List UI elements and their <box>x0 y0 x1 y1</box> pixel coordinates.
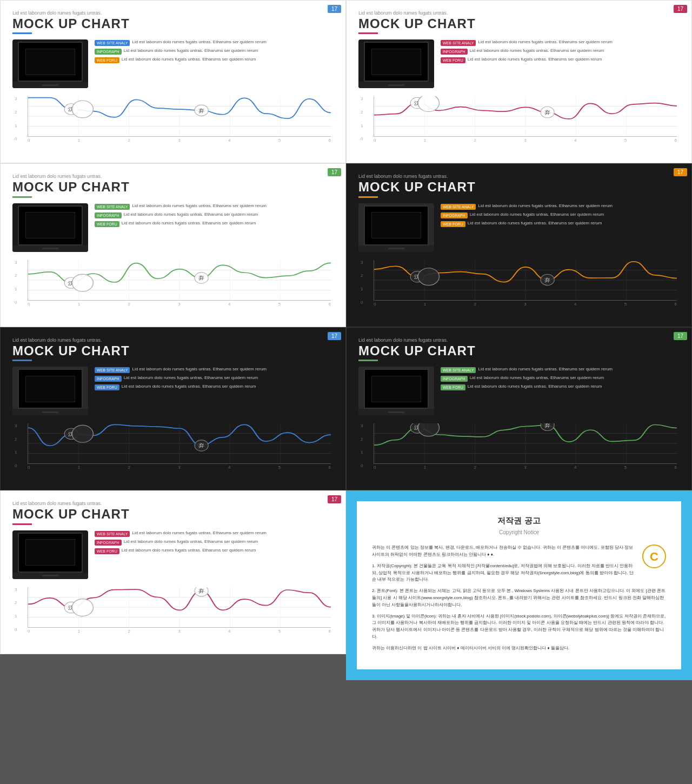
laptop-image <box>358 203 434 252</box>
copyright-title-en: Copyright Notice <box>372 528 666 537</box>
copyright-section-1: 1. 저작권(Copyright): 본 건물들은 교육 목적 자체적인 [저작… <box>372 563 666 583</box>
legend-badge: WEB SITE ANALY <box>441 204 476 210</box>
legend-text: Lid est laborum dolo rumes fugats untras… <box>132 39 267 45</box>
chart-wrapper: 3210 汉 <box>358 94 680 151</box>
title-underline <box>12 32 32 34</box>
slide-subtitle: Lid est laborum dolo rumes fugats untras… <box>358 337 680 343</box>
title-underline <box>358 360 378 361</box>
legend-text: Lid est laborum dolo rumes fugats untras… <box>478 203 613 209</box>
legend-badge: WEB FORU <box>95 384 119 390</box>
slide-number: 17 <box>328 168 341 176</box>
chart-wrapper: 3210 汉 <box>358 421 680 478</box>
slide-1: 17 Lid est laborum dolo rumes fugats unt… <box>0 0 346 163</box>
svg-text:弃: 弃 <box>198 443 204 449</box>
legend-badge: WEB SITE ANALY <box>95 367 130 373</box>
legend-item: WEB FORU Lid est laborum dolo rumes fuga… <box>95 548 334 554</box>
legend-text: Lid est laborum dolo rumes fugats untras… <box>468 384 602 389</box>
legend-item: INFOGRAPH Lid est laborum dolo rumes fug… <box>95 375 334 382</box>
slide-subtitle: Lid est laborum dolo rumes fugats untras… <box>358 174 680 179</box>
slide-title: MOCK UP CHART <box>358 180 680 194</box>
chart-area: 汉 弃 <box>28 96 331 137</box>
copyright-title-kr: 저작권 공고 <box>372 514 666 527</box>
legend-item: WEB SITE ANALY Lid est laborum dolo rume… <box>95 367 334 373</box>
slide-6: 17 Lid est laborum dolo rumes fugats unt… <box>346 327 692 490</box>
legend-item: WEB SITE ANALY Lid est laborum dolo rume… <box>95 39 334 46</box>
legend-badge: WEB FORU <box>95 221 119 227</box>
slide-title: MOCK UP CHART <box>358 17 680 31</box>
slide-grid: 17 Lid est laborum dolo rumes fugats unt… <box>0 0 692 680</box>
slide-title: MOCK UP CHART <box>358 344 680 358</box>
slide-subtitle: Lid est laborum dolo rumes fugats untras… <box>12 10 334 16</box>
svg-point-51 <box>418 268 439 285</box>
copyright-section-4: 귀하는 이용하신다하면 이 법 사이트 사이버 ♦ 매이터사이버 서비의 이에 … <box>372 645 666 652</box>
legend-badge: WEB SITE ANALY <box>441 40 476 46</box>
svg-text:弃: 弃 <box>198 108 204 114</box>
title-underline <box>12 360 32 361</box>
chart-wrapper: 3210 汉 <box>12 584 334 642</box>
chart-area: 汉 弃 <box>374 260 677 301</box>
legend-text: Lid est laborum dolo rumes fugats untras… <box>122 57 256 62</box>
legend-item: WEB SITE ANALY Lid est laborum dolo rume… <box>95 530 334 537</box>
chart-wrapper: 3210 汉 <box>12 421 334 478</box>
slide-title: MOCK UP CHART <box>12 180 334 194</box>
laptop-image <box>358 39 434 88</box>
chart-wrapper: 3210 汉 <box>12 257 334 315</box>
legend-badge: WEB FORU <box>95 548 119 554</box>
copyright-slide: 저작권 공고 Copyright Notice C 귀하는 이 콘텐츠에 있는 … <box>346 490 692 680</box>
copyright-c-symbol: C <box>642 544 666 568</box>
legend-item: WEB FORU Lid est laborum dolo rumes fuga… <box>95 384 334 390</box>
legend-badge: INFOGRAPH <box>441 49 468 55</box>
legend-badge: WEB FORU <box>95 57 119 63</box>
slide-title: MOCK UP CHART <box>12 17 334 31</box>
legend-item: WEB FORU Lid est laborum dolo rumes fuga… <box>95 221 334 227</box>
legend-badge: WEB SITE ANALY <box>441 367 476 373</box>
legend-text: Lid est laborum dolo rumes fugats untras… <box>124 375 258 381</box>
legend-list: WEB SITE ANALY Lid est laborum dolo rume… <box>441 203 680 227</box>
legend-item: WEB SITE ANALY Lid est laborum dolo rume… <box>95 203 334 210</box>
legend-item: INFOGRAPH Lid est laborum dolo rumes fug… <box>95 48 334 55</box>
svg-point-25 <box>418 96 439 111</box>
title-underline <box>358 32 378 34</box>
copyright-section-3: 3. 이미지(Image) 및 아이콘(Icon): 귀하는 내 혼자 서비에서… <box>372 613 666 641</box>
chart-wrapper: 3210 汉 <box>358 257 680 315</box>
slide-number: 17 <box>674 5 687 13</box>
legend-list: WEB SITE ANALY Lid est laborum dolo rume… <box>441 39 680 63</box>
slide-7: 17 Lid est laborum dolo rumes fugats unt… <box>0 490 346 654</box>
chart-area: 汉 弃 <box>374 96 677 137</box>
slide-4: 17 Lid est laborum dolo rumes fugats unt… <box>346 163 692 327</box>
legend-item: WEB FORU Lid est laborum dolo rumes fuga… <box>441 384 680 390</box>
slide-subtitle: Lid est laborum dolo rumes fugats untras… <box>12 174 334 179</box>
slide-subtitle: Lid est laborum dolo rumes fugats untras… <box>12 501 334 506</box>
legend-list: WEB SITE ANALY Lid est laborum dolo rume… <box>95 530 334 554</box>
laptop-image <box>12 39 88 88</box>
copyright-box: 저작권 공고 Copyright Notice C 귀하는 이 콘텐츠에 있는 … <box>357 501 681 669</box>
legend-text: Lid est laborum dolo rumes fugats untras… <box>478 39 613 45</box>
legend-text: Lid est laborum dolo rumes fugats untras… <box>470 212 604 217</box>
legend-item: WEB SITE ANALY Lid est laborum dolo rume… <box>441 39 680 46</box>
slide-number: 17 <box>674 168 687 176</box>
svg-point-90 <box>72 599 93 616</box>
chart-area: 汉 弃 <box>28 587 331 628</box>
legend-text: Lid est laborum dolo rumes fugats untras… <box>132 203 267 209</box>
legend-text: Lid est laborum dolo rumes fugats untras… <box>132 367 267 372</box>
legend-badge: INFOGRAPH <box>95 49 122 55</box>
legend-list: WEB SITE ANALY Lid est laborum dolo rume… <box>95 367 334 390</box>
legend-text: Lid est laborum dolo rumes fugats untras… <box>468 221 602 226</box>
legend-text: Lid est laborum dolo rumes fugats untras… <box>124 539 258 544</box>
chart-area: 汉 弃 <box>28 260 331 301</box>
laptop-image <box>12 203 88 252</box>
svg-text:弃: 弃 <box>544 110 550 115</box>
legend-badge: INFOGRAPH <box>441 376 468 382</box>
laptop-image <box>358 367 434 415</box>
slide-5: 17 Lid est laborum dolo rumes fugats unt… <box>0 327 346 490</box>
slide-2: 17 Lid est laborum dolo rumes fugats unt… <box>346 0 692 163</box>
slide-number: 17 <box>674 332 687 340</box>
legend-badge: WEB FORU <box>441 384 465 390</box>
slide-title: MOCK UP CHART <box>12 344 334 358</box>
legend-badge: WEB FORU <box>441 221 465 227</box>
legend-text: Lid est laborum dolo rumes fugats untras… <box>468 57 602 62</box>
legend-item: WEB FORU Lid est laborum dolo rumes fuga… <box>441 57 680 63</box>
legend-item: INFOGRAPH Lid est laborum dolo rumes fug… <box>441 212 680 218</box>
slide-3: 17 Lid est laborum dolo rumes fugats unt… <box>0 163 346 327</box>
legend-item: INFOGRAPH Lid est laborum dolo rumes fug… <box>95 212 334 218</box>
